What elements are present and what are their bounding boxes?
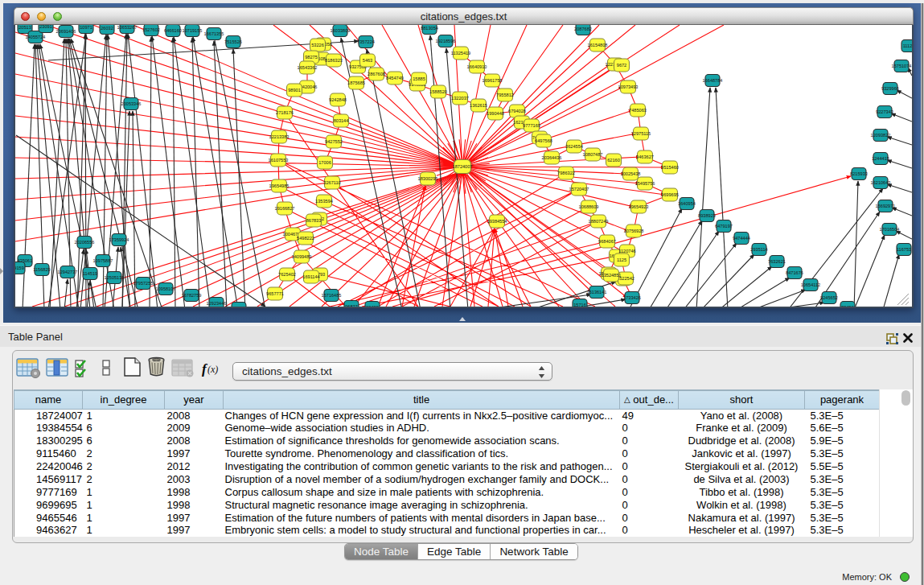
svg-text:17359924: 17359924 [109, 237, 129, 242]
svg-text:10688609: 10688609 [579, 204, 599, 209]
svg-text:7986322: 7986322 [557, 171, 575, 175]
svg-text:17957255: 17957255 [133, 281, 154, 286]
svg-text:20206556: 20206556 [75, 240, 95, 245]
svg-text:12213383: 12213383 [269, 134, 290, 139]
svg-text:1156829: 1156829 [33, 267, 50, 272]
svg-text:19218596: 19218596 [436, 39, 456, 43]
svg-text:16107553: 16107553 [269, 158, 289, 163]
svg-text:16782759: 16782759 [182, 293, 202, 298]
svg-text:23091: 23091 [39, 25, 52, 29]
svg-text:20691406: 20691406 [56, 29, 76, 34]
svg-text:15720407: 15720407 [569, 187, 589, 192]
svg-text:11124: 11124 [903, 43, 912, 48]
svg-text:10654112: 10654112 [801, 282, 820, 287]
svg-text:10958107: 10958107 [156, 286, 176, 291]
svg-text:53226: 53226 [311, 43, 324, 47]
svg-text:1733426: 1733426 [623, 295, 641, 300]
svg-text:15136141: 15136141 [587, 290, 607, 295]
svg-text:12402: 12402 [366, 305, 379, 307]
svg-text:9227343: 9227343 [876, 109, 893, 114]
svg-text:7625402: 7625402 [278, 272, 296, 277]
svg-text:16671355: 16671355 [204, 31, 224, 36]
svg-text:16648784: 16648784 [703, 78, 723, 83]
svg-text:6466160: 6466160 [164, 28, 182, 33]
svg-text:17006: 17006 [318, 160, 331, 165]
svg-text:(x): (x) [207, 364, 218, 375]
svg-text:7955812: 7955812 [496, 93, 514, 97]
svg-text:15692971: 15692971 [876, 204, 896, 208]
svg-text:9329966: 9329966 [881, 86, 899, 91]
svg-text:17016504: 17016504 [880, 227, 900, 232]
svg-text:2935114: 2935114 [750, 247, 767, 252]
svg-text:6479197: 6479197 [715, 224, 733, 229]
svg-text:98275: 98275 [305, 55, 318, 60]
svg-text:19384554: 19384554 [487, 219, 507, 224]
svg-text:20053346: 20053346 [121, 101, 142, 106]
svg-text:15495756: 15495756 [635, 181, 655, 186]
svg-text:1588520: 1588520 [429, 89, 447, 94]
svg-text:3267110: 3267110 [323, 180, 340, 185]
svg-text:3624554: 3624554 [565, 144, 583, 149]
svg-text:2718176: 2718176 [276, 110, 294, 115]
svg-text:20513: 20513 [18, 25, 31, 30]
svg-text:9474444: 9474444 [733, 236, 750, 241]
svg-text:1990448: 1990448 [487, 111, 504, 116]
svg-text:7632621: 7632621 [768, 259, 786, 264]
svg-text:15716485: 15716485 [322, 293, 342, 298]
svg-text:10975887: 10975887 [93, 258, 113, 263]
svg-text:9463627: 9463627 [636, 154, 654, 159]
svg-text:8938923: 8938923 [698, 213, 716, 218]
svg-text:20364436: 20364436 [542, 155, 562, 160]
svg-text:9672: 9672 [617, 63, 626, 68]
svg-text:99159: 99159 [15, 266, 24, 270]
svg-text:7357224: 7357224 [357, 39, 375, 44]
svg-text:10719155: 10719155 [183, 28, 203, 33]
svg-text:8186323: 8186323 [325, 58, 343, 63]
svg-text:16543362: 16543362 [298, 65, 318, 70]
svg-text:9699695: 9699695 [661, 192, 679, 197]
svg-text:15716: 15716 [573, 303, 586, 307]
svg-text:1120746: 1120746 [618, 249, 635, 253]
svg-text:14055724: 14055724 [26, 35, 46, 39]
svg-text:16961758: 16961758 [483, 78, 503, 83]
svg-text:1125: 1125 [617, 257, 626, 262]
svg-text:1527602: 1527602 [142, 27, 160, 32]
svg-text:26032: 26032 [101, 26, 113, 31]
svg-text:15885: 15885 [413, 76, 425, 81]
svg-text:10807487: 10807487 [583, 152, 603, 157]
svg-text:14099489: 14099489 [292, 254, 312, 259]
svg-text:9684067: 9684067 [598, 239, 616, 244]
svg-text:2867608: 2867608 [368, 72, 385, 76]
svg-text:1322037: 1322037 [451, 96, 469, 101]
svg-text:94636: 94636 [232, 306, 245, 307]
svg-text:1362615: 1362615 [470, 103, 487, 108]
svg-text:12975115: 12975115 [631, 131, 651, 136]
svg-text:6497568: 6497568 [535, 138, 552, 143]
svg-text:5498222: 5498222 [297, 236, 314, 241]
svg-text:19654985: 19654985 [269, 183, 290, 188]
svg-text:10973493: 10973493 [618, 84, 639, 89]
svg-text:9242848: 9242848 [329, 97, 347, 102]
svg-text:6794028: 6794028 [508, 109, 526, 113]
svg-text:10653267: 10653267 [117, 25, 138, 30]
svg-text:16640910: 16640910 [467, 64, 487, 69]
svg-text:18724007: 18724007 [453, 164, 473, 169]
svg-text:803144: 803144 [334, 118, 349, 123]
svg-text:9515460: 9515460 [661, 165, 679, 170]
svg-text:19166827: 19166827 [275, 206, 295, 211]
svg-text:8813054: 8813054 [421, 26, 438, 31]
svg-text:114519: 114519 [83, 271, 97, 276]
svg-text:7515526: 7515526 [224, 39, 242, 44]
svg-text:19654923: 19654923 [629, 204, 649, 209]
svg-text:62160: 62160 [607, 158, 620, 163]
svg-text:116753: 116753 [897, 247, 911, 252]
svg-text:1691144: 1691144 [302, 274, 319, 279]
svg-text:18807249: 18807249 [589, 219, 609, 224]
svg-text:9777169: 9777169 [523, 123, 540, 128]
svg-text:8454749: 8454749 [386, 76, 404, 80]
svg-text:96877: 96877 [345, 304, 358, 307]
svg-text:15751074: 15751074 [892, 64, 912, 68]
svg-text:16154808: 16154808 [588, 43, 608, 47]
svg-text:1875685: 1875685 [347, 80, 365, 85]
svg-text:10756928: 10756928 [624, 229, 644, 233]
